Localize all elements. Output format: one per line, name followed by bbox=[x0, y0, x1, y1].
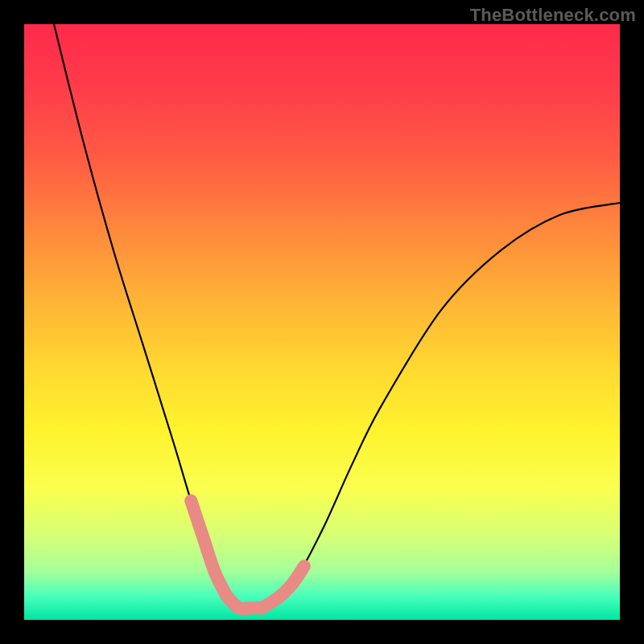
highlight-band-right bbox=[262, 566, 304, 608]
plot-area bbox=[24, 24, 620, 620]
curve-layer bbox=[24, 24, 620, 620]
chart-frame: TheBottleneck.com bbox=[0, 0, 644, 644]
highlight-band-left bbox=[191, 501, 226, 596]
bottleneck-curve bbox=[54, 24, 620, 609]
watermark-text: TheBottleneck.com bbox=[470, 5, 636, 26]
